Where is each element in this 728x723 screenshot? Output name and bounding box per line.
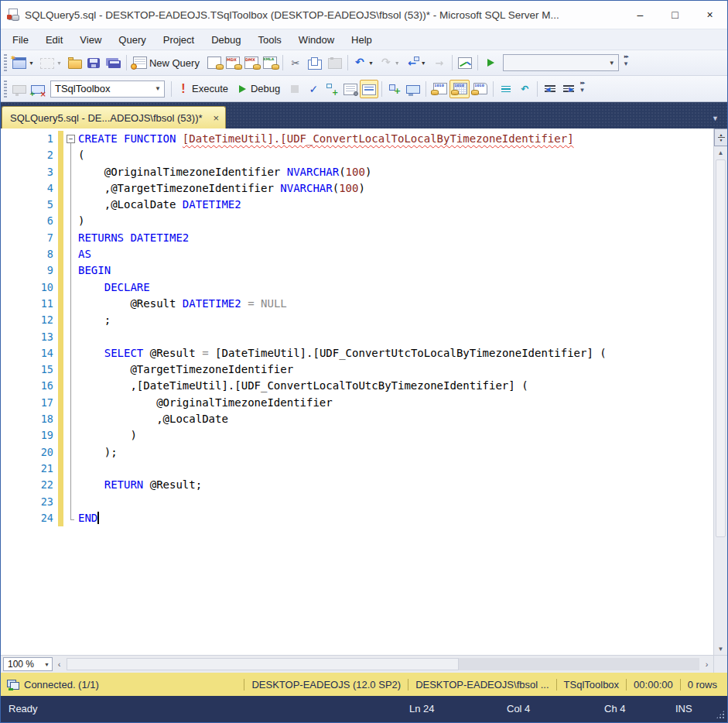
new-window-button[interactable]: ▼ [10,53,38,72]
chevron-down-icon[interactable]: ▼ [606,60,618,67]
query-options-button[interactable] [341,80,360,98]
chevron-down-icon[interactable]: ▼ [392,60,402,66]
code-line[interactable]: 8AS [1,246,713,262]
horizontal-scroll-thumb[interactable] [67,658,459,670]
increase-indent-button[interactable] [559,80,578,98]
chevron-down-icon[interactable]: ▼ [26,60,36,66]
save-all-button[interactable] [103,53,123,72]
open-file-button[interactable] [66,53,84,72]
xmla-query-button[interactable] [261,53,279,72]
code-line[interactable]: 16 ,[DateTimeUtil].[UDF_ConvertLocalToUt… [1,378,713,394]
splitter-handle[interactable]: ▲▼ [714,128,727,146]
code-text[interactable]: RETURN @Result; [78,477,202,493]
zoom-dropdown-icon[interactable]: ▼ [42,662,52,667]
code-line[interactable]: 14 SELECT @Result = [DateTimeUtil].[UDF_… [1,345,713,362]
code-line[interactable]: 1−CREATE FUNCTION [DateTimeUtil].[UDF_Co… [1,131,713,147]
scroll-down-icon[interactable]: ▼ [714,642,727,655]
scroll-left-icon[interactable]: ‹ [53,660,66,669]
code-line[interactable]: 4 ,@TargetTimezoneIdentifier NVARCHAR(10… [1,180,713,197]
comment-button[interactable] [497,80,515,98]
collapse-icon[interactable]: − [67,135,75,143]
code-line[interactable]: 13 [1,329,713,345]
copy-button[interactable] [305,53,324,72]
dmx-query-button[interactable] [242,53,261,72]
code-text[interactable]: ,@LocalDate [78,411,228,427]
code-line[interactable]: 7RETURNS DATETIME2 [1,230,713,246]
code-text[interactable]: ( [78,147,84,163]
chevron-down-icon[interactable]: ▼ [366,60,375,66]
code-pane[interactable]: 1−CREATE FUNCTION [DateTimeUtil].[UDF_Co… [1,128,713,655]
code-text[interactable]: @Result DATETIME2 = NULL [78,296,287,312]
code-line[interactable]: 15 @TargetTimezoneIdentifier [1,362,713,378]
code-text[interactable]: @OriginalTimezoneIdentifier NVARCHAR(100… [78,164,371,180]
standard-toolbar-grip[interactable] [4,54,7,71]
client-statistics-button[interactable] [404,80,422,98]
code-text[interactable]: DECLARE [78,279,150,296]
code-line[interactable]: 22 RETURN @Result; [1,477,713,493]
chevron-down-icon[interactable]: ▼ [419,60,428,66]
code-line[interactable]: 24END [1,510,713,526]
code-line[interactable]: 6) [1,213,713,229]
new-query-button[interactable]: New Query [130,53,205,72]
code-line[interactable]: 3 @OriginalTimezoneIdentifier NVARCHAR(1… [1,164,713,180]
code-line[interactable]: 20 ); [1,444,713,461]
results-to-file-button[interactable] [470,80,490,98]
active-files-dropdown-icon[interactable]: ▼ [712,115,719,122]
template-parameters-button[interactable] [385,80,404,98]
code-text[interactable]: ); [78,444,118,461]
code-text[interactable]: ,@LocalDate DATETIME2 [78,197,241,213]
undo-button[interactable]: ▼ [351,53,378,72]
sql-toolbar-options-button[interactable]: ▸▸▾ [579,80,590,98]
code-text[interactable]: RETURNS DATETIME2 [78,230,189,246]
save-button[interactable] [84,53,103,72]
maximize-button[interactable]: □ [658,1,692,29]
zoom-combobox[interactable]: 100 % ▼ [3,657,53,671]
code-line[interactable]: 23 [1,494,713,510]
database-engine-query-button[interactable] [205,53,224,72]
menu-tools[interactable]: Tools [250,29,290,50]
menu-debug[interactable]: Debug [203,29,249,50]
code-text[interactable]: BEGIN [78,262,111,279]
code-text[interactable]: ,@TargetTimezoneIdentifier NVARCHAR(100) [78,180,365,197]
code-text[interactable]: @OriginalTimezoneIdentifier [78,395,333,411]
scroll-right-icon[interactable]: › [700,660,713,669]
change-connection-button[interactable] [29,80,47,98]
intellisense-enabled-button[interactable] [360,80,378,98]
menu-view[interactable]: View [71,29,110,50]
horizontal-scroll-track[interactable] [67,658,699,670]
navigate-backward-button[interactable]: ▼ [404,53,430,72]
start-button[interactable] [481,53,500,72]
decrease-indent-button[interactable] [541,80,559,98]
menu-edit[interactable]: Edit [37,29,71,50]
standard-toolbar-options-button[interactable]: ▸▸▾ [624,53,634,72]
debug-button[interactable]: Debug [234,80,285,98]
standard-combobox[interactable]: ▼ [503,54,619,71]
code-text[interactable]: CREATE FUNCTION [DateTimeUtil].[UDF_Conv… [78,131,574,147]
sql-toolbar-grip[interactable] [4,81,7,98]
mdx-query-button[interactable] [224,53,242,72]
minimize-button[interactable]: – [623,1,658,29]
results-to-text-button[interactable] [429,80,449,98]
uncomment-button[interactable] [515,80,534,98]
code-text[interactable]: AS [78,246,91,262]
code-line[interactable]: 11 @Result DATETIME2 = NULL [1,296,713,312]
menu-query[interactable]: Query [110,29,154,50]
available-databases-combobox[interactable]: TSqlToolbox▼ [50,81,165,98]
code-line[interactable]: 2( [1,147,713,163]
code-text[interactable]: ,[DateTimeUtil].[UDF_ConvertLocalToUtcBy… [78,378,528,394]
code-line[interactable]: 12 ; [1,312,713,328]
menu-project[interactable]: Project [155,29,203,50]
parse-button[interactable] [304,80,323,98]
chevron-down-icon[interactable]: ▼ [54,60,63,66]
resize-grip-icon[interactable] [716,710,725,719]
tab-close-icon[interactable]: × [214,113,220,123]
scroll-up-icon[interactable]: ▲ [714,146,727,159]
menu-file[interactable]: File [4,29,37,50]
activity-monitor-button[interactable] [456,53,474,72]
code-line[interactable]: 21 [1,461,713,477]
menu-help[interactable]: Help [343,29,381,50]
code-text[interactable]: ) [78,427,137,444]
estimated-plan-button[interactable] [323,80,341,98]
code-editor[interactable]: 1−CREATE FUNCTION [DateTimeUtil].[UDF_Co… [1,128,727,655]
chevron-down-icon[interactable]: ▼ [152,85,164,92]
